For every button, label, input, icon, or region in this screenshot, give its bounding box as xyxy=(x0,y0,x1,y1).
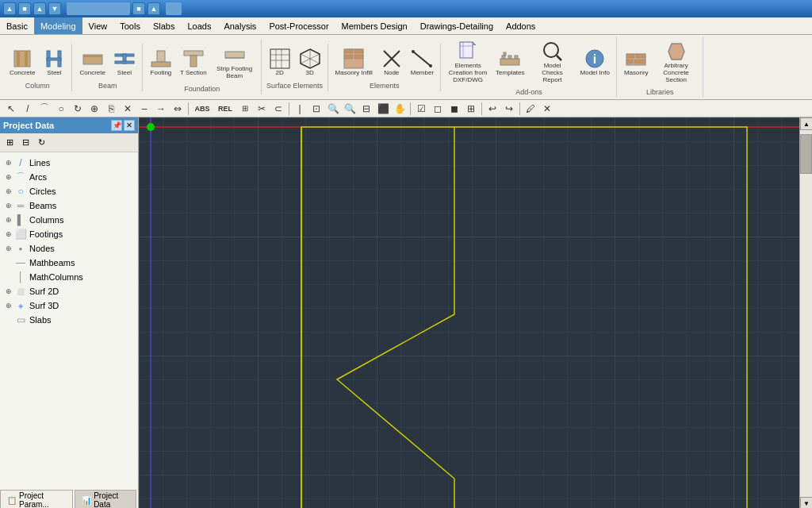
sidebar-tb-expand[interactable]: ⊞ xyxy=(2,136,17,150)
tool-brush[interactable]: 🖊 xyxy=(523,101,538,117)
tool-close[interactable]: ✕ xyxy=(539,101,555,117)
btn-concrete-column[interactable]: Concrete xyxy=(6,45,38,79)
tool-clip2[interactable]: ⊂ xyxy=(270,101,286,117)
tool-pan[interactable]: ✋ xyxy=(392,101,408,117)
tree-toggle-columns[interactable]: ⊕ xyxy=(3,214,14,225)
vscroll-up-btn[interactable]: ▲ xyxy=(800,117,812,130)
title-icon-4[interactable]: ▼ xyxy=(48,2,61,15)
tool-check3[interactable]: ◼ xyxy=(446,101,462,117)
btn-member[interactable]: Member xyxy=(408,45,437,79)
tool-cross[interactable]: ✕ xyxy=(120,101,136,117)
drawing-canvas[interactable]: ▲ ▼ xyxy=(139,117,812,508)
menu-addons[interactable]: Addons xyxy=(500,17,542,34)
menu-tools[interactable]: Tools xyxy=(113,17,147,34)
title-icon-1[interactable]: ▲ xyxy=(3,2,16,15)
tool-zoom-window[interactable]: ⊡ xyxy=(308,101,324,117)
tree-item-surf3d[interactable]: ⊕ ◈ Surf 3D xyxy=(2,298,136,313)
tool-redo[interactable]: ↪ xyxy=(501,101,517,117)
tool-zoom-out[interactable]: 🔍 xyxy=(342,101,358,117)
tool-snap[interactable]: ⊕ xyxy=(86,101,102,117)
vscroll-thumb[interactable] xyxy=(800,134,812,174)
vscroll-down-btn[interactable]: ▼ xyxy=(800,497,812,508)
title-icon-6[interactable]: ▲ xyxy=(147,2,160,15)
tree-toggle-arcs[interactable]: ⊕ xyxy=(3,171,14,183)
menu-postprocessor[interactable]: Post-Processor xyxy=(262,17,335,34)
title-dropdown[interactable] xyxy=(67,2,130,15)
sidebar-pin-btn[interactable]: 📌 xyxy=(111,120,122,131)
tree-toggle-lines[interactable]: ⊕ xyxy=(3,157,14,168)
btn-masonry-infill[interactable]: Masonry Infill xyxy=(332,45,376,79)
menu-drawingsdetailing[interactable]: Drawings-Detailing xyxy=(414,17,500,34)
title-icon-3[interactable]: ▲ xyxy=(33,2,46,15)
tool-mirror[interactable]: ⇔ xyxy=(170,101,186,117)
tree-item-surf2d[interactable]: ⊕ ⬜ Surf 2D xyxy=(2,284,136,298)
tree-toggle-nodes[interactable]: ⊕ xyxy=(3,243,14,254)
tree-toggle-circles[interactable]: ⊕ xyxy=(3,186,14,197)
menu-loads[interactable]: Loads xyxy=(181,17,217,34)
tool-circle[interactable]: ○ xyxy=(53,101,69,117)
btn-2d[interactable]: 2D xyxy=(266,45,294,79)
tree-item-beams[interactable]: ⊕ ═ Beams xyxy=(2,198,136,213)
tree-toggle-footings[interactable]: ⊕ xyxy=(3,229,14,240)
sidebar-tb-collapse[interactable]: ⊟ xyxy=(18,136,33,150)
tree-toggle-beams[interactable]: ⊕ xyxy=(3,200,14,211)
btn-strip-footing[interactable]: Strip Footing Beam xyxy=(212,41,258,83)
tool-grid-disp[interactable]: ⊞ xyxy=(463,101,479,117)
btn-t-section[interactable]: T Section xyxy=(177,45,210,79)
vscroll-track[interactable] xyxy=(800,130,812,497)
btn-dxf-dwg[interactable]: Elements Creation from DXF/DWG xyxy=(445,38,491,86)
menu-analysis[interactable]: Analysis xyxy=(217,17,262,34)
tool-select[interactable]: ↖ xyxy=(3,101,19,117)
btn-steel-column[interactable]: Steel xyxy=(40,45,68,79)
sidebar-close-btn[interactable]: ✕ xyxy=(124,120,135,131)
btn-model-checks[interactable]: Model Checks Report xyxy=(530,38,576,86)
btn-concrete-beam[interactable]: Concrete xyxy=(76,45,108,79)
tool-copy[interactable]: ⎘ xyxy=(103,101,119,117)
btn-3d[interactable]: 3D xyxy=(296,45,324,79)
title-icon-2[interactable]: ■ xyxy=(18,2,31,15)
tree-item-slabs[interactable]: ⊕ ▭ Slabs xyxy=(2,313,136,327)
tool-magnify[interactable]: | xyxy=(292,101,308,117)
tool-abs[interactable]: ABS xyxy=(191,101,213,117)
tool-undo[interactable]: ↩ xyxy=(485,101,500,117)
tree-item-circles[interactable]: ⊕ ○ Circles xyxy=(2,184,136,198)
menu-modeling[interactable]: Modeling xyxy=(34,17,82,34)
tree-item-arcs[interactable]: ⊕ ⌒ Arcs xyxy=(2,170,136,184)
sidebar-tb-refresh[interactable]: ↻ xyxy=(34,136,48,150)
tool-check2[interactable]: ◻ xyxy=(430,101,446,117)
tree-item-mathcolumns[interactable]: ⊕ │ MathColumns xyxy=(2,270,136,284)
panel-tab-project-param[interactable]: 📋 Project Param... xyxy=(0,490,73,508)
menu-view[interactable]: View xyxy=(82,17,114,34)
tool-arc[interactable]: ⌒ xyxy=(36,101,52,117)
tool-extend[interactable]: → xyxy=(153,101,169,117)
tool-check1[interactable]: ☑ xyxy=(413,101,429,117)
tool-coord[interactable]: ⊞ xyxy=(237,101,253,117)
btn-steel-beam[interactable]: Steel xyxy=(110,45,139,79)
menu-basic[interactable]: Basic xyxy=(0,17,34,34)
tree-item-nodes[interactable]: ⊕ ● Nodes xyxy=(2,241,136,256)
tool-zoom-in[interactable]: 🔍 xyxy=(325,101,341,117)
btn-node[interactable]: Node xyxy=(377,45,406,79)
btn-templates[interactable]: Templates xyxy=(492,45,527,79)
btn-model-info[interactable]: i Model Info xyxy=(577,45,613,79)
menu-membersdesign[interactable]: Members Design xyxy=(335,17,414,34)
tool-line[interactable]: / xyxy=(20,101,36,117)
tree-item-lines[interactable]: ⊕ / Lines xyxy=(2,156,136,170)
title-icon-5[interactable]: ■ xyxy=(132,2,145,15)
tool-rotate[interactable]: ↻ xyxy=(70,101,86,117)
tree-item-columns[interactable]: ⊕ ▌ Columns xyxy=(2,213,136,227)
tree-item-mathbeams[interactable]: ⊕ — Mathbeams xyxy=(2,256,136,270)
tree-item-footings[interactable]: ⊕ ⬜ Footings xyxy=(2,227,136,241)
tool-trim[interactable]: – xyxy=(136,101,152,117)
tool-zoom-all[interactable]: ⬛ xyxy=(375,101,391,117)
menu-slabs[interactable]: Slabs xyxy=(147,17,182,34)
panel-tab-project-data[interactable]: 📊 Project Data xyxy=(75,490,136,508)
title-icon-7[interactable] xyxy=(166,2,182,15)
tool-clip1[interactable]: ✂ xyxy=(254,101,270,117)
btn-masonry[interactable]: Masonry xyxy=(621,45,652,79)
btn-arb-section[interactable]: Arbitrary Concrete Section xyxy=(653,38,699,86)
tool-rel[interactable]: REL xyxy=(214,101,236,117)
tree-toggle-surf2d[interactable]: ⊕ xyxy=(3,286,14,297)
btn-footing[interactable]: Footing xyxy=(147,45,175,79)
tree-toggle-surf3d[interactable]: ⊕ xyxy=(3,300,14,311)
